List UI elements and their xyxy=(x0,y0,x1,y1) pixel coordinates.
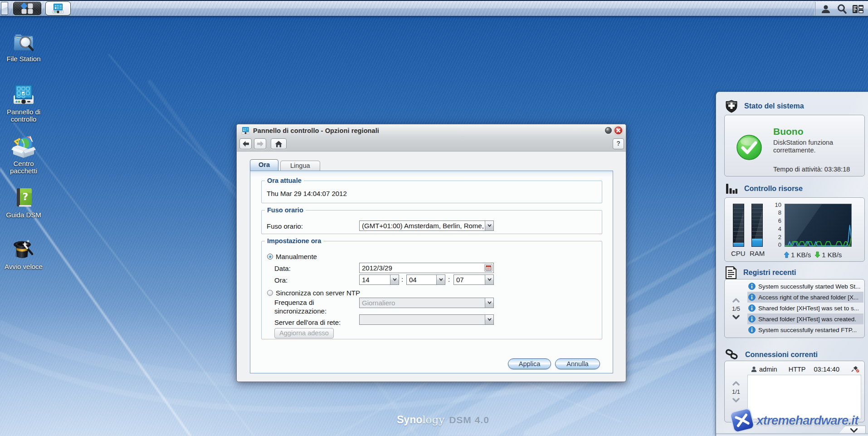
page-down-icon[interactable] xyxy=(732,315,740,319)
forward-button[interactable] xyxy=(254,138,266,149)
connection-time: 03:14:40 xyxy=(814,366,839,373)
axis-tick: 2 xyxy=(772,234,781,240)
back-button[interactable] xyxy=(239,138,252,149)
time-server-label: Server dell'ora di rete: xyxy=(274,318,341,326)
log-text: Shared folder [XHTest] was created. xyxy=(758,316,856,323)
desktop-icon-control-panel[interactable]: Pannello di controllo xyxy=(0,84,47,123)
time-server-select[interactable] xyxy=(359,314,494,325)
fieldset-timezone: Fuso orario Fuso orario: (GMT+01:00) Ams… xyxy=(261,210,602,234)
tab-ora[interactable]: Ora xyxy=(250,159,278,171)
time-colon: : xyxy=(448,275,450,283)
desktop-icon-file-station[interactable]: File Station xyxy=(0,31,47,63)
control-panel-icon xyxy=(12,84,35,107)
desktop-icon-label: Pannello di controllo xyxy=(0,108,47,123)
hour-select[interactable]: 14 xyxy=(359,274,399,285)
minimize-button[interactable] xyxy=(605,127,612,134)
date-input[interactable]: 2012/3/29 xyxy=(359,263,494,273)
network-legend: 1 KB/s 1 KB/s xyxy=(784,251,842,259)
timezone-select[interactable]: (GMT+01:00) Amsterdam, Berlin, Rome, Sto… xyxy=(359,220,494,231)
main-menu-button[interactable] xyxy=(13,2,41,15)
log-text: System successfully started Web St... xyxy=(758,283,861,290)
connection-row[interactable]: admin HTTP 03:14:40 xyxy=(751,365,860,373)
show-desktop-button[interactable] xyxy=(1,2,8,15)
file-station-icon xyxy=(12,31,35,54)
help-button[interactable]: ? xyxy=(613,138,624,149)
pilot-view-button[interactable] xyxy=(852,3,864,15)
log-row[interactable]: Shared folder [XHTest] was set to s... xyxy=(747,303,863,314)
time-server-value xyxy=(360,315,485,324)
chevron-down-icon xyxy=(487,278,492,282)
time-colon: : xyxy=(401,275,403,283)
dropdown-button[interactable] xyxy=(485,221,493,230)
minute-select[interactable]: 04 xyxy=(406,274,445,285)
log-row[interactable]: System successfully started Web St... xyxy=(747,281,863,292)
resource-monitor-box: CPU RAM 10 8 6 4 2 0 1 KB/s 1 KB/s xyxy=(724,197,865,262)
control-panel-window: Pannello di controllo - Opzioni regional… xyxy=(236,124,626,382)
dropdown-button[interactable] xyxy=(485,298,493,308)
minute-value: 04 xyxy=(407,275,436,284)
user-menu-button[interactable] xyxy=(820,3,832,15)
timezone-label: Fuso orario: xyxy=(267,222,303,230)
log-row[interactable]: Access right of the shared folder [X... xyxy=(747,292,863,303)
status-description: DiskStation funziona correttamente. xyxy=(773,139,850,154)
chevron-down-icon xyxy=(439,278,444,282)
status-ok-icon xyxy=(736,134,762,161)
apply-button[interactable]: Applica xyxy=(508,358,551,369)
ram-label: RAM xyxy=(750,250,765,257)
desktop-icon-quick-start[interactable]: Avvio veloce xyxy=(0,239,47,270)
second-select[interactable]: 07 xyxy=(454,274,494,285)
taskbar xyxy=(0,0,868,16)
update-now-button[interactable]: Aggiorna adesso xyxy=(274,328,334,338)
section-title: Connessioni correnti xyxy=(745,351,818,359)
disconnect-icon[interactable] xyxy=(851,366,860,373)
window-titlebar[interactable]: Pannello di controllo - Opzioni regional… xyxy=(237,124,626,137)
axis-tick: 0 xyxy=(772,241,781,248)
window-toolbar: ? xyxy=(237,137,626,152)
log-row[interactable]: System successfully restarted FTP... xyxy=(747,324,863,335)
download-rate: 1 KB/s xyxy=(822,251,842,259)
tab-lingua[interactable]: Lingua xyxy=(280,161,320,171)
close-button[interactable] xyxy=(614,127,622,134)
log-row[interactable]: Shared folder [XHTest] was created. xyxy=(747,314,863,324)
calendar-button[interactable] xyxy=(484,264,493,272)
page-down-icon[interactable] xyxy=(732,398,740,402)
desktop-icon-label: Centro pacchetti xyxy=(0,160,47,175)
user-icon xyxy=(751,366,757,372)
radio-manual[interactable] xyxy=(267,254,273,260)
search-icon xyxy=(837,4,847,14)
dropdown-button[interactable] xyxy=(390,275,399,284)
fieldset-legend: Fuso orario xyxy=(265,206,306,214)
cpu-label: CPU xyxy=(731,250,746,257)
app-grid-icon xyxy=(20,3,34,14)
chevron-down-icon xyxy=(487,224,492,228)
log-rows: System successfully started Web St... Ac… xyxy=(747,281,863,335)
cancel-button[interactable]: Annulla xyxy=(555,358,600,369)
widgets-panel: Stato del sistema Buono DiskStation funz… xyxy=(716,92,868,436)
info-icon xyxy=(748,315,756,323)
home-button[interactable] xyxy=(271,138,287,149)
window-icon xyxy=(241,127,250,135)
page-up-icon[interactable] xyxy=(732,381,740,386)
sync-frequency-select[interactable]: Giornaliero xyxy=(359,298,494,308)
section-system-status: Stato del sistema xyxy=(725,99,804,113)
connections-page-indicator: 1/1 xyxy=(732,388,740,395)
search-button[interactable] xyxy=(836,3,848,15)
upload-arrow-icon xyxy=(784,251,790,258)
shield-icon xyxy=(725,99,738,113)
radio-ntp[interactable] xyxy=(267,290,273,296)
taskbar-item-control-panel[interactable] xyxy=(46,2,70,15)
page-up-icon[interactable] xyxy=(732,298,740,303)
desktop-icon-package-center[interactable]: Centro pacchetti xyxy=(0,135,47,175)
dropdown-button[interactable] xyxy=(485,275,493,284)
info-icon xyxy=(748,283,756,290)
dropdown-button[interactable] xyxy=(485,315,493,324)
xtremehardware-watermark: xtremehardware.it xyxy=(731,409,858,432)
section-title: Controllo risorse xyxy=(744,185,803,193)
desktop-icon-dsm-help[interactable]: ? Guida DSM xyxy=(0,187,47,219)
connection-user: admin xyxy=(759,366,789,373)
radio-ntp-label: Sincronizza con server NTP xyxy=(276,289,360,297)
desktop-icon-label: Guida DSM xyxy=(0,211,47,219)
dropdown-button[interactable] xyxy=(436,275,445,284)
recent-logs-box: 1/5 System successfully started Web St..… xyxy=(724,279,865,338)
calendar-icon xyxy=(486,265,491,270)
